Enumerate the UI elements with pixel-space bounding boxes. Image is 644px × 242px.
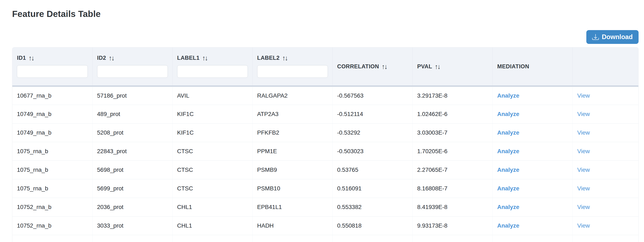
table-row: 10752_rna_b 3033_prot CHL1 HADH 0.550818…	[12, 216, 638, 235]
table-row-partial	[12, 235, 638, 242]
sort-icon-label2[interactable]: ↑↓	[282, 54, 287, 62]
cell-label2: PFKFB2	[252, 123, 332, 142]
cell-id2: 2036_prot	[92, 198, 172, 216]
cell-id1: 1075_rna_b	[12, 160, 92, 179]
cell-view: View	[572, 142, 638, 160]
column-label-label2: LABEL2	[257, 55, 280, 61]
column-label-correlation: CORRELATION	[337, 63, 379, 70]
cell-correlation: 0.516091	[332, 179, 412, 198]
cell-view: View	[572, 123, 638, 142]
table-body: 10677_rna_b 57186_prot AVIL RALGAPA2 -0.…	[12, 86, 638, 242]
cell-label1: KIF1C	[172, 123, 252, 142]
view-link[interactable]: View	[577, 204, 590, 210]
column-header-label2: LABEL2 ↑↓	[252, 48, 332, 86]
cell-label2: HADH	[252, 216, 332, 235]
cell-label1: CHL1	[172, 198, 252, 216]
cell-id1: 10752_rna_b	[12, 216, 92, 235]
sort-icon-label1[interactable]: ↑↓	[202, 54, 207, 62]
analyze-link[interactable]: Analyze	[497, 185, 520, 192]
cell-id2: 5698_prot	[92, 160, 172, 179]
cell-label1: CTSC	[172, 142, 252, 160]
cell-label2: PSMB10	[252, 179, 332, 198]
column-label-label1: LABEL1	[177, 55, 200, 61]
view-link[interactable]: View	[577, 222, 590, 229]
table-row: 10677_rna_b 57186_prot AVIL RALGAPA2 -0.…	[12, 86, 638, 105]
view-link[interactable]: View	[577, 185, 590, 192]
data-table: ID1 ↑↓ ID2 ↑↓ LABEL1	[12, 48, 638, 242]
cell-pval: 1.70205E-6	[412, 142, 492, 160]
analyze-link[interactable]: Analyze	[497, 129, 520, 136]
cell-pval: 3.03003E-7	[412, 123, 492, 142]
filter-input-id1[interactable]	[17, 65, 88, 78]
filter-input-id2[interactable]	[97, 65, 168, 78]
cell-mediation: Analyze	[492, 216, 572, 235]
column-label-id1: ID1	[17, 55, 26, 61]
cell-view: View	[572, 86, 638, 105]
analyze-link[interactable]: Analyze	[497, 222, 520, 229]
analyze-link[interactable]: Analyze	[497, 204, 520, 210]
download-icon	[592, 34, 599, 40]
cell-mediation: Analyze	[492, 179, 572, 198]
cell-label1: AVIL	[172, 86, 252, 105]
cell-mediation: Analyze	[492, 142, 572, 160]
column-header-mediation: MEDIATION	[492, 48, 572, 86]
cell-mediation: Analyze	[492, 160, 572, 179]
cell-id2: 3033_prot	[92, 216, 172, 235]
cell-mediation: Analyze	[492, 198, 572, 216]
page-title: Feature Details Table	[12, 9, 638, 19]
cell-id1: 1075_rna_b	[12, 179, 92, 198]
cell-pval: 9.93173E-8	[412, 216, 492, 235]
filter-input-label1[interactable]	[177, 65, 248, 78]
analyze-link[interactable]: Analyze	[497, 111, 520, 117]
cell-pval: 8.16808E-7	[412, 179, 492, 198]
column-header-correlation: CORRELATION ↑↓	[332, 48, 412, 86]
analyze-link[interactable]: Analyze	[497, 148, 520, 154]
cell-mediation: Analyze	[492, 105, 572, 123]
filter-input-label2[interactable]	[257, 65, 328, 78]
cell-pval: 8.41939E-8	[412, 198, 492, 216]
column-header-actions	[572, 48, 638, 86]
toolbar: Download	[12, 30, 638, 44]
sort-icon-pval[interactable]: ↑↓	[435, 63, 440, 70]
column-header-pval: PVAL ↑↓	[412, 48, 492, 86]
cell-correlation: -0.567563	[332, 86, 412, 105]
cell-correlation: -0.53292	[332, 123, 412, 142]
sort-icon-correlation[interactable]: ↑↓	[382, 63, 387, 70]
analyze-link[interactable]: Analyze	[497, 92, 520, 99]
cell-correlation: -0.512114	[332, 105, 412, 123]
cell-id1: 10749_rna_b	[12, 123, 92, 142]
cell-mediation: Analyze	[492, 86, 572, 105]
sort-icon-id1[interactable]: ↑↓	[28, 54, 34, 62]
download-button-label: Download	[602, 33, 633, 41]
column-header-id1: ID1 ↑↓	[12, 48, 92, 86]
view-link[interactable]: View	[577, 166, 590, 173]
cell-id1: 1075_rna_b	[12, 142, 92, 160]
cell-view: View	[572, 160, 638, 179]
page: Feature Details Table Download	[0, 9, 644, 242]
download-button[interactable]: Download	[586, 30, 638, 44]
sort-icon-id2[interactable]: ↑↓	[109, 54, 114, 62]
cell-id2: 489_prot	[92, 105, 172, 123]
view-link[interactable]: View	[577, 129, 590, 136]
cell-label2: EPB41L1	[252, 198, 332, 216]
cell-mediation: Analyze	[492, 123, 572, 142]
cell-view: View	[572, 198, 638, 216]
analyze-link[interactable]: Analyze	[497, 166, 520, 173]
view-link[interactable]: View	[577, 92, 590, 99]
view-link[interactable]: View	[577, 111, 590, 117]
table-row: 1075_rna_b 5699_prot CTSC PSMB10 0.51609…	[12, 179, 638, 198]
cell-label1: CTSC	[172, 179, 252, 198]
cell-pval: 1.02462E-6	[412, 105, 492, 123]
feature-details-table: ID1 ↑↓ ID2 ↑↓ LABEL1	[12, 47, 638, 242]
cell-correlation: 0.550818	[332, 216, 412, 235]
cell-view: View	[572, 179, 638, 198]
column-label-pval: PVAL	[417, 63, 432, 70]
cell-pval: 2.27065E-7	[412, 160, 492, 179]
cell-correlation: -0.503023	[332, 142, 412, 160]
table-row: 1075_rna_b 22843_prot CTSC PPM1E -0.5030…	[12, 142, 638, 160]
column-label-id2: ID2	[97, 55, 106, 61]
column-header-label1: LABEL1 ↑↓	[172, 48, 252, 86]
cell-label2: RALGAPA2	[252, 86, 332, 105]
view-link[interactable]: View	[577, 148, 590, 154]
cell-view: View	[572, 216, 638, 235]
